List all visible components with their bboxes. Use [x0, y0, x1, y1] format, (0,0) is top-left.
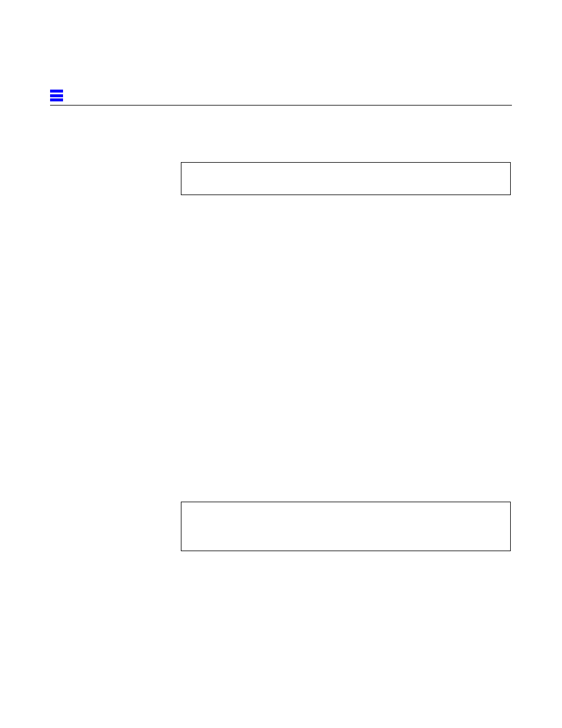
hamburger-menu-icon: [50, 88, 63, 103]
page-header: [50, 88, 512, 106]
content-box-2: [181, 502, 511, 551]
content-box-1: [181, 162, 511, 195]
